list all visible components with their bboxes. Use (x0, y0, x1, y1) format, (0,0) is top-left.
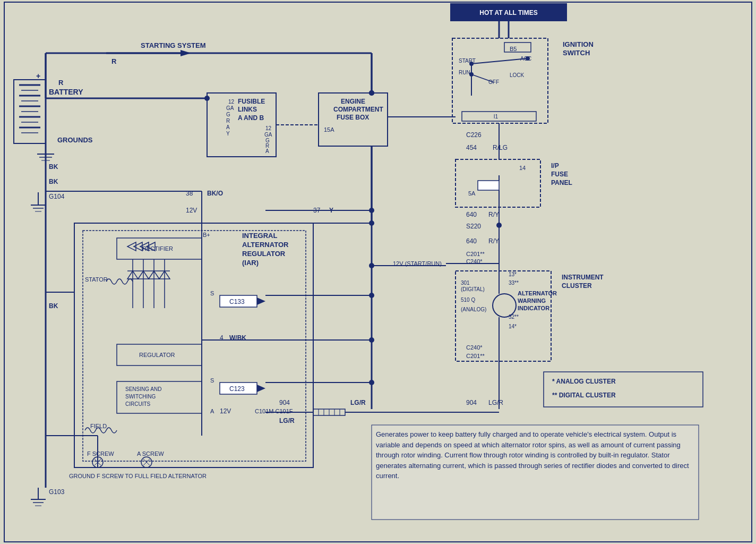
svg-point-237 (369, 380, 374, 385)
svg-text:12: 12 (265, 125, 272, 131)
svg-text:33**: 33** (509, 280, 519, 286)
svg-text:13*: 13* (509, 271, 517, 277)
svg-text:SWITCH: SWITCH (563, 49, 590, 57)
svg-text:G104: G104 (49, 193, 65, 200)
svg-text:BK: BK (49, 302, 58, 310)
svg-text:14*: 14* (509, 324, 517, 329)
svg-point-201 (369, 208, 374, 213)
svg-text:A: A (210, 408, 214, 414)
svg-text:C101M C101F: C101M C101F (255, 408, 293, 414)
svg-text:R/LG: R/LG (493, 144, 508, 151)
svg-text:HOT AT ALL TIMES: HOT AT ALL TIMES (479, 9, 537, 16)
svg-point-19 (526, 56, 530, 61)
svg-point-197 (369, 220, 374, 226)
svg-text:COMPARTMENT: COMPARTMENT (333, 106, 383, 113)
svg-text:INDICATOR: INDICATOR (518, 305, 549, 311)
svg-text:5A: 5A (468, 190, 476, 197)
svg-text:904: 904 (466, 399, 477, 406)
svg-text:STATOR: STATOR (85, 276, 108, 283)
svg-text:BK/O: BK/O (207, 190, 223, 197)
svg-text:C201**: C201** (466, 353, 485, 359)
svg-text:I/P: I/P (551, 162, 559, 169)
svg-text:C226: C226 (466, 131, 482, 139)
svg-text:CIRCUITS: CIRCUITS (125, 401, 151, 407)
svg-text:B5: B5 (510, 46, 517, 52)
svg-point-20 (469, 72, 474, 76)
svg-text:12V: 12V (186, 207, 197, 214)
svg-text:F SCREW: F SCREW (87, 450, 114, 457)
svg-text:SENSING AND: SENSING AND (125, 386, 161, 392)
svg-rect-34 (478, 181, 499, 190)
svg-text:STARTING SYSTEM: STARTING SYSTEM (141, 41, 206, 49)
svg-text:FIELD: FIELD (90, 423, 107, 429)
svg-text:BATTERY: BATTERY (49, 88, 83, 96)
svg-text:454: 454 (466, 144, 477, 151)
svg-text:A: A (265, 148, 269, 154)
svg-text:GA: GA (264, 132, 272, 138)
svg-text:(ANALOG): (ANALOG) (461, 307, 486, 312)
svg-text:S220: S220 (466, 223, 481, 230)
svg-text:ALTERNATOR: ALTERNATOR (518, 290, 557, 296)
svg-text:G103: G103 (49, 488, 65, 496)
svg-text:GA: GA (226, 105, 234, 111)
svg-text:INSTRUMENT: INSTRUMENT (562, 274, 604, 281)
svg-text:WARNING: WARNING (518, 298, 546, 304)
svg-text:G: G (226, 112, 230, 117)
svg-text:14: 14 (519, 165, 526, 171)
svg-text:LINKS: LINKS (238, 106, 257, 113)
svg-text:BK: BK (49, 178, 58, 185)
svg-point-241 (369, 263, 374, 268)
svg-text:C133: C133 (229, 298, 245, 305)
svg-text:301: 301 (461, 280, 470, 286)
svg-text:32**: 32** (509, 314, 519, 320)
svg-text:R/Y: R/Y (488, 237, 499, 245)
svg-text:15A: 15A (324, 126, 334, 133)
svg-text:Y: Y (226, 131, 230, 137)
svg-text:** DIGITAL CLUSTER: ** DIGITAL CLUSTER (552, 392, 616, 399)
svg-text:A SCREW: A SCREW (137, 450, 164, 457)
svg-text:LG/R: LG/R (488, 399, 503, 406)
svg-text:B+: B+ (203, 232, 210, 238)
svg-point-115 (204, 96, 210, 101)
svg-text:+: + (36, 72, 40, 80)
svg-text:GROUNDS: GROUNDS (57, 136, 93, 144)
svg-text:*  ANALOG CLUSTER: * ANALOG CLUSTER (552, 378, 616, 385)
svg-text:C123: C123 (229, 385, 245, 393)
diagram-container: HOT AT ALL TIMES IGNITION SWITCH B5 STAR… (0, 0, 756, 544)
svg-text:R/Y: R/Y (488, 211, 499, 218)
svg-text:LG/R: LG/R (279, 417, 295, 424)
svg-text:RUN: RUN (459, 70, 470, 75)
svg-text:640: 640 (466, 237, 477, 245)
svg-text:C240*: C240* (466, 344, 483, 351)
svg-text:IGNITION: IGNITION (563, 40, 594, 48)
svg-text:FUSIBLE: FUSIBLE (238, 98, 265, 105)
svg-text:R: R (111, 57, 117, 65)
svg-text:C201**: C201** (466, 251, 485, 257)
svg-text:510 Q: 510 Q (461, 297, 475, 303)
svg-text:BK: BK (49, 163, 58, 171)
svg-text:12V: 12V (220, 407, 231, 415)
svg-text:LG/R: LG/R (350, 399, 366, 406)
svg-text:(DIGITAL): (DIGITAL) (461, 286, 485, 292)
svg-text:ALTERNATOR: ALTERNATOR (242, 241, 289, 249)
svg-text:12: 12 (228, 99, 235, 105)
svg-text:(IAR): (IAR) (242, 259, 259, 267)
svg-text:S: S (210, 377, 214, 384)
svg-text:GROUND F SCREW TO FULL FIELD A: GROUND F SCREW TO FULL FIELD ALTERNATOR (69, 473, 207, 479)
svg-text:904: 904 (279, 399, 290, 406)
svg-text:FUSE BOX: FUSE BOX (337, 114, 369, 121)
svg-text:R: R (58, 79, 64, 87)
svg-text:R: R (226, 118, 230, 124)
svg-text:640: 640 (466, 211, 477, 218)
svg-text:INTEGRAL: INTEGRAL (242, 232, 278, 240)
svg-text:S: S (210, 290, 214, 296)
svg-text:CLUSTER: CLUSTER (562, 282, 592, 290)
svg-text:REGULATOR: REGULATOR (242, 250, 286, 258)
svg-text:FUSE: FUSE (551, 171, 568, 178)
svg-text:I1: I1 (494, 114, 499, 120)
svg-text:LOCK: LOCK (510, 72, 525, 78)
svg-point-18 (469, 62, 474, 66)
svg-text:A AND B: A AND B (238, 114, 264, 122)
svg-text:SWITCHING: SWITCHING (125, 394, 156, 400)
svg-text:PANEL: PANEL (551, 179, 572, 186)
